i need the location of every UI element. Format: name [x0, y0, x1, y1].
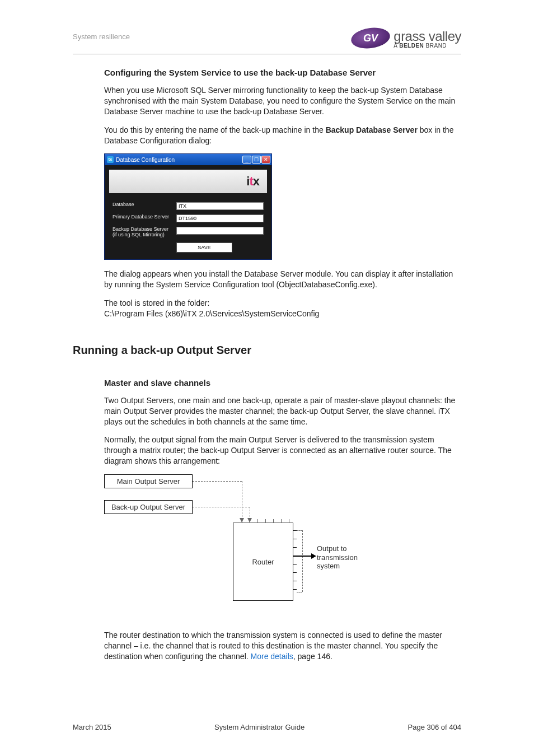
node-main-output: Main Output Server: [104, 474, 193, 488]
brand-sub: A BELDEN BRAND: [394, 43, 461, 49]
page-header: System resilience grass valley A BELDEN …: [73, 28, 461, 54]
para: The dialog appears when you install the …: [104, 269, 461, 290]
label-database: Database: [113, 202, 172, 208]
brand-logo: grass valley A BELDEN BRAND: [351, 28, 461, 50]
app-icon: tx: [107, 156, 114, 163]
heading-master-slave: Master and slave channels: [104, 378, 461, 388]
maximize-button[interactable]: ☐: [252, 156, 261, 164]
dialog-title-text: Database Configuration: [116, 157, 175, 163]
database-config-dialog: tx Database Configuration _ ☐ ✕ itx: [104, 153, 272, 260]
dialog-banner: itx: [109, 170, 267, 193]
router-diagram: Main Output Server Back-up Output Server…: [104, 474, 367, 620]
minimize-button[interactable]: _: [242, 156, 251, 164]
para: The router destination to which the tran…: [104, 630, 461, 662]
close-button[interactable]: ✕: [261, 156, 270, 164]
heading-running-backup: Running a back-up Output Server: [73, 344, 461, 357]
footer-page: Page 306 of 404: [408, 723, 461, 731]
node-output: Output to transmission system: [317, 544, 367, 571]
heading-configuring: Configuring the System Service to use th…: [104, 68, 461, 77]
brand-main: grass valley: [394, 30, 461, 43]
label-primary: Primary Database Server: [113, 214, 172, 220]
node-router: Router: [233, 522, 293, 601]
input-primary[interactable]: DT1590: [176, 214, 264, 222]
node-backup-output: Back-up Output Server: [104, 500, 193, 514]
footer-date: March 2015: [73, 723, 111, 731]
gv-badge-icon: [351, 28, 390, 50]
page-footer: March 2015 System Administrator Guide Pa…: [73, 723, 461, 731]
footer-title: System Administrator Guide: [214, 723, 305, 731]
para: When you use Microsoft SQL Server mirror…: [104, 85, 461, 117]
header-section: System resilience: [73, 28, 130, 41]
more-details-link[interactable]: More details: [251, 652, 293, 661]
para: The tool is stored in the folder: C:\Pro…: [104, 298, 461, 319]
input-database[interactable]: ITX: [176, 202, 264, 210]
label-backup: Backup Database Server (if using SQL Mir…: [113, 227, 172, 238]
save-button[interactable]: SAVE: [176, 242, 232, 253]
para: Normally, the output signal from the mai…: [104, 435, 461, 466]
para: Two Output Servers, one main and one bac…: [104, 395, 461, 427]
input-backup[interactable]: [176, 227, 264, 235]
para: You do this by entering the name of the …: [104, 125, 461, 146]
itx-logo: itx: [246, 174, 259, 189]
dialog-titlebar[interactable]: tx Database Configuration _ ☐ ✕: [105, 154, 271, 165]
